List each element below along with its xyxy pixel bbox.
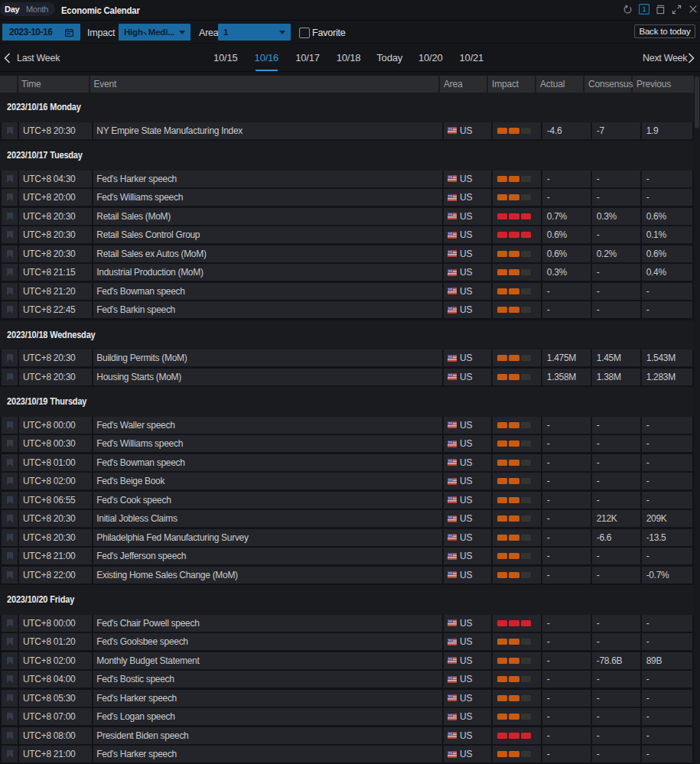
svg-text:1: 1 <box>642 5 646 13</box>
